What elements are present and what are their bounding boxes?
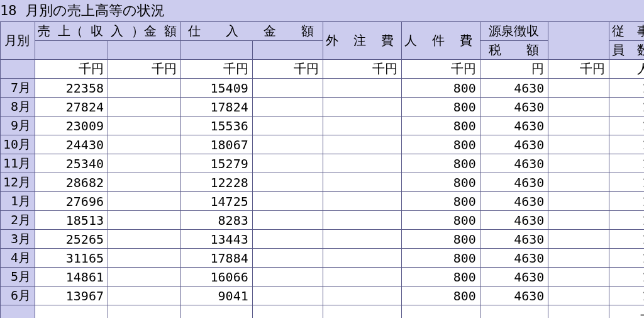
cell-labor: 800 [401, 287, 480, 305]
cell-purch2 [252, 268, 323, 287]
cell-purch2 [252, 116, 323, 135]
cell-out [323, 154, 401, 173]
cell-tax: 4630 [480, 268, 548, 287]
cell-purch2 [252, 98, 323, 116]
cell-sales2 [108, 249, 181, 268]
cell-ext [548, 79, 609, 98]
cell-sales2 [108, 98, 181, 116]
table-row: 3月252651344380046301 [1, 230, 645, 249]
cell-month: 8月 [1, 98, 35, 116]
hdr-outsourcing: 外 注 費 [323, 22, 401, 60]
hdr-employees-top: 従 事 [609, 22, 644, 41]
cell-purch2 [252, 230, 323, 249]
cell-ext [548, 230, 609, 249]
cell-labor: 800 [401, 192, 480, 211]
cell-month: 1月 [1, 192, 35, 211]
cell-out [323, 98, 401, 116]
hdr-sales-sub1 [35, 41, 108, 60]
cell-tax: 4630 [480, 154, 548, 173]
unit-sales1: 千円 [35, 60, 108, 79]
cell-ext [548, 116, 609, 135]
cell-blank [323, 305, 401, 319]
cell-labor: 800 [401, 79, 480, 98]
cell-purch1: 16066 [180, 268, 252, 287]
cell-out [323, 116, 401, 135]
hdr-withholding-top: 源泉徴収 [480, 22, 548, 41]
cell-out [323, 135, 401, 154]
unit-purch1: 千円 [180, 60, 252, 79]
cell-out [323, 287, 401, 305]
cell-sales1: 22358 [35, 79, 108, 98]
hdr-purch-sub1 [180, 41, 252, 60]
cell-sales1: 25265 [35, 230, 108, 249]
cell-month: 10月 [1, 135, 35, 154]
cell-sales2 [108, 192, 181, 211]
cell-ext [548, 192, 609, 211]
cell-out [323, 173, 401, 192]
cell-sales1: 27696 [35, 192, 108, 211]
blank-row: － [1, 305, 645, 319]
cell-sales2 [108, 135, 181, 154]
cell-ext [548, 268, 609, 287]
cell-month: 3月 [1, 230, 35, 249]
cell-sales1: 24430 [35, 135, 108, 154]
cell-blank [180, 305, 252, 319]
table-row: 12月286821222880046301 [1, 173, 645, 192]
unit-emp: 人 [609, 60, 644, 79]
section-title: 18 月別の売上高等の状況 [0, 0, 644, 21]
cell-purch1: 17884 [180, 249, 252, 268]
cell-sales1: 28682 [35, 173, 108, 192]
cell-purch2 [252, 192, 323, 211]
cell-sales2 [108, 173, 181, 192]
cell-sales2 [108, 79, 181, 98]
hdr-sales: 売 上（ 収 入 ）金 額 [35, 22, 181, 41]
hdr-blank [548, 22, 609, 60]
cell-ext [548, 211, 609, 230]
cell-tax: 4630 [480, 135, 548, 154]
cell-month: 2月 [1, 211, 35, 230]
cell-sales1: 23009 [35, 116, 108, 135]
cell-purch1: 18067 [180, 135, 252, 154]
cell-tax: 4630 [480, 230, 548, 249]
cell-emp: 1 [609, 116, 644, 135]
cell-purch1: 15279 [180, 154, 252, 173]
cell-emp: － [609, 305, 644, 319]
cell-purch2 [252, 287, 323, 305]
cell-blank [548, 305, 609, 319]
cell-month: 12月 [1, 173, 35, 192]
cell-blank [480, 305, 548, 319]
cell-emp: 1 [609, 79, 644, 98]
unit-labor: 千円 [401, 60, 480, 79]
cell-purch1: 14725 [180, 192, 252, 211]
cell-emp: 1 [609, 230, 644, 249]
cell-tax: 4630 [480, 249, 548, 268]
hdr-purchase: 仕 入 金 額 [180, 22, 323, 41]
cell-sales2 [108, 287, 181, 305]
cell-month [1, 305, 35, 319]
cell-purch1: 9041 [180, 287, 252, 305]
unit-out: 千円 [323, 60, 401, 79]
cell-purch1: 13443 [180, 230, 252, 249]
hdr-withholding-bot: 税 額 [480, 41, 548, 60]
cell-purch2 [252, 79, 323, 98]
cell-purch1: 8283 [180, 211, 252, 230]
cell-purch2 [252, 211, 323, 230]
table-row: 4月311651788480046301 [1, 249, 645, 268]
cell-emp: 1 [609, 154, 644, 173]
cell-emp: 1 [609, 192, 644, 211]
cell-ext [548, 154, 609, 173]
cell-ext [548, 98, 609, 116]
cell-purch1: 15536 [180, 116, 252, 135]
cell-out [323, 268, 401, 287]
cell-emp: 1 [609, 135, 644, 154]
cell-out [323, 230, 401, 249]
cell-ext [548, 287, 609, 305]
cell-labor: 800 [401, 173, 480, 192]
cell-emp: 1 [609, 98, 644, 116]
cell-emp: 1 [609, 287, 644, 305]
cell-sales2 [108, 116, 181, 135]
cell-labor: 800 [401, 116, 480, 135]
cell-out [323, 79, 401, 98]
cell-labor: 800 [401, 98, 480, 116]
cell-blank [401, 305, 480, 319]
